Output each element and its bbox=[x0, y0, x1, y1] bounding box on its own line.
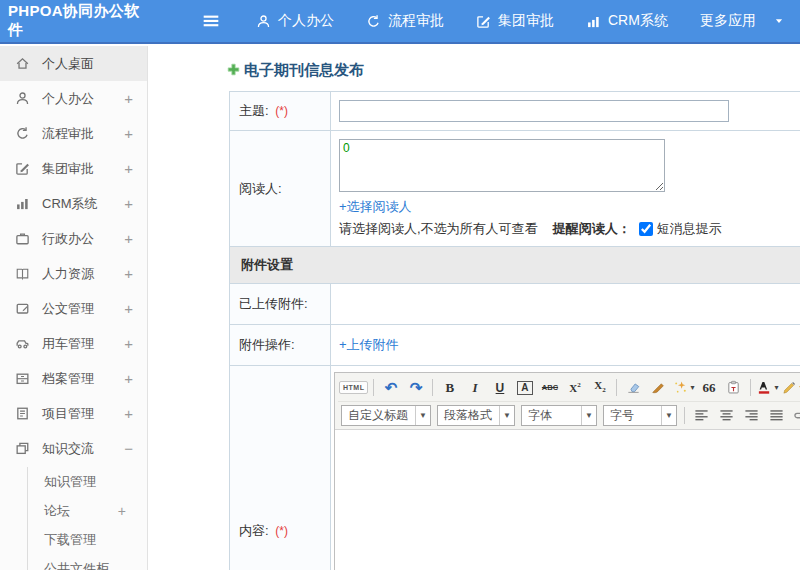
expander-icon[interactable]: + bbox=[124, 90, 133, 107]
highlight-color-button[interactable]: ▾ bbox=[781, 377, 800, 399]
sidebar-item-label: 流程审批 bbox=[42, 125, 94, 143]
sidebar-item-CRM系统[interactable]: CRM系统+ bbox=[0, 186, 147, 221]
toolbar-separator bbox=[750, 379, 751, 396]
caret-down-icon: ▾ bbox=[690, 383, 694, 392]
link-icon bbox=[794, 408, 800, 423]
insert-link-button[interactable] bbox=[790, 404, 800, 426]
nav-item-流程审批[interactable]: 流程审批 bbox=[366, 12, 444, 30]
expander-icon[interactable]: + bbox=[124, 300, 133, 317]
expander-icon[interactable]: + bbox=[124, 160, 133, 177]
car-icon bbox=[15, 336, 33, 351]
sidebar-item-流程审批[interactable]: 流程审批+ bbox=[0, 116, 147, 151]
eraser-icon bbox=[626, 380, 641, 395]
sidebar-subitem-知识管理[interactable]: 知识管理 bbox=[28, 467, 147, 496]
readers-note: 请选择阅读人,不选为所有人可查看 bbox=[339, 220, 538, 238]
remove-format-button[interactable] bbox=[622, 377, 645, 399]
font-color-button[interactable]: ▾ bbox=[756, 377, 779, 399]
superscript-button[interactable]: X2 bbox=[563, 377, 586, 399]
briefcase-icon bbox=[15, 231, 33, 246]
font-size-select[interactable]: 字号▼ bbox=[603, 405, 677, 426]
hamburger-menu-icon[interactable] bbox=[202, 12, 220, 30]
format-painter-button[interactable] bbox=[647, 377, 670, 399]
bold-button[interactable]: B bbox=[438, 377, 461, 399]
paste-special-button[interactable]: ▾ bbox=[672, 377, 695, 399]
align-right-icon bbox=[744, 408, 759, 423]
toolbar-separator bbox=[684, 407, 685, 424]
attachments-section-header: 附件设置 bbox=[230, 247, 800, 284]
subject-input[interactable] bbox=[339, 100, 729, 122]
caret-down-icon: ▾ bbox=[774, 383, 778, 392]
main-content: 电子期刊信息发布 主题: (*) 阅读人: 0 +选择阅读人 请选择阅读人,不选… bbox=[149, 46, 800, 570]
sidebar-item-集团审批[interactable]: 集团审批+ bbox=[0, 151, 147, 186]
readers-textarea[interactable]: 0 bbox=[339, 139, 665, 192]
redo-button[interactable]: ↷ bbox=[404, 377, 427, 399]
sidebar-subitem-公共文件柜[interactable]: 公共文件柜 bbox=[28, 554, 147, 570]
underline-button[interactable]: U bbox=[488, 377, 511, 399]
sidebar-subitem-下载管理[interactable]: 下载管理 bbox=[28, 525, 147, 554]
expander-icon[interactable]: − bbox=[124, 440, 133, 457]
align-center-icon bbox=[719, 408, 734, 423]
paste-text-button[interactable] bbox=[722, 377, 745, 399]
expander-icon[interactable]: + bbox=[124, 195, 133, 212]
nav-item-更多应用[interactable]: 更多应用 bbox=[700, 12, 785, 30]
nav-item-CRM系统[interactable]: CRM系统 bbox=[586, 12, 668, 30]
choose-readers-link[interactable]: +选择阅读人 bbox=[339, 198, 412, 216]
sidebar-item-label: 档案管理 bbox=[42, 370, 94, 388]
sidebar-item-公文管理[interactable]: 公文管理+ bbox=[0, 291, 147, 326]
fontbox-icon: A bbox=[517, 381, 532, 395]
cycle-icon bbox=[15, 126, 33, 141]
caret-down-icon: ▼ bbox=[581, 406, 596, 425]
highlight-icon bbox=[782, 380, 797, 395]
blockquote-button[interactable]: 66 bbox=[697, 377, 720, 399]
subscript-button[interactable]: X2 bbox=[588, 377, 611, 399]
align-right-button[interactable] bbox=[740, 404, 763, 426]
sidebar-item-人力资源[interactable]: 人力资源+ bbox=[0, 256, 147, 291]
expander-icon[interactable]: + bbox=[124, 405, 133, 422]
editor-toolbar: HTML↶↷BIUAABCX2X2▾66▾▾▾ 自定义标题▼段落格式▼字体▼字号… bbox=[335, 373, 800, 430]
sidebar-item-知识交流[interactable]: 知识交流− bbox=[0, 431, 147, 466]
font-style-button[interactable]: A bbox=[513, 377, 536, 399]
strikethrough-button[interactable]: ABC bbox=[538, 377, 561, 399]
sidebar-subitem-论坛[interactable]: 论坛+ bbox=[28, 496, 147, 525]
expander-icon[interactable]: + bbox=[124, 335, 133, 352]
app-logo[interactable]: PHPOA协同办公软件 bbox=[0, 2, 150, 40]
top-nav: 个人办公流程审批集团审批CRM系统更多应用 bbox=[256, 12, 785, 30]
sidebar: 个人桌面个人办公+流程审批+集团审批+CRM系统+行政办公+人力资源+公文管理+… bbox=[0, 46, 148, 570]
paragraph-format-select[interactable]: 段落格式▼ bbox=[437, 405, 515, 426]
nav-item-集团审批[interactable]: 集团审批 bbox=[476, 12, 554, 30]
sidebar-item-档案管理[interactable]: 档案管理+ bbox=[0, 361, 147, 396]
select-label: 段落格式 bbox=[444, 407, 492, 424]
sidebar-item-个人办公[interactable]: 个人办公+ bbox=[0, 81, 147, 116]
home-icon bbox=[15, 56, 33, 71]
sms-remind-label: 短消息提示 bbox=[657, 220, 722, 238]
sidebar-item-行政办公[interactable]: 行政办公+ bbox=[0, 221, 147, 256]
editor-content-area[interactable] bbox=[335, 430, 800, 570]
html-source-button[interactable]: HTML bbox=[339, 377, 368, 399]
font-family-select[interactable]: 字体▼ bbox=[521, 405, 597, 426]
expander-icon[interactable]: + bbox=[118, 503, 126, 519]
italic-button[interactable]: I bbox=[463, 377, 486, 399]
align-justify-button[interactable] bbox=[765, 404, 788, 426]
upload-attachment-link[interactable]: +上传附件 bbox=[339, 337, 399, 352]
undo-button[interactable]: ↶ bbox=[379, 377, 402, 399]
expander-icon[interactable]: + bbox=[124, 230, 133, 247]
custom-heading-select[interactable]: 自定义标题▼ bbox=[341, 405, 431, 426]
sidebar-item-个人桌面[interactable]: 个人桌面 bbox=[0, 46, 147, 81]
align-center-button[interactable] bbox=[715, 404, 738, 426]
paste-icon bbox=[726, 380, 741, 395]
expander-icon[interactable]: + bbox=[124, 125, 133, 142]
nav-item-label: 流程审批 bbox=[388, 12, 444, 30]
select-label: 字体 bbox=[528, 407, 552, 424]
underline-icon: U bbox=[496, 381, 505, 395]
sidebar-item-用车管理[interactable]: 用车管理+ bbox=[0, 326, 147, 361]
expander-icon[interactable]: + bbox=[124, 265, 133, 282]
nav-item-个人办公[interactable]: 个人办公 bbox=[256, 12, 334, 30]
expander-icon[interactable]: + bbox=[124, 370, 133, 387]
sms-remind-checkbox[interactable] bbox=[639, 222, 653, 236]
sidebar-item-项目管理[interactable]: 项目管理+ bbox=[0, 396, 147, 431]
align-left-button[interactable] bbox=[690, 404, 713, 426]
sidebar-subitem-label: 论坛 bbox=[44, 502, 70, 520]
book-icon bbox=[15, 266, 33, 281]
edit-icon bbox=[15, 161, 33, 176]
uploaded-attachments-value bbox=[331, 284, 800, 325]
